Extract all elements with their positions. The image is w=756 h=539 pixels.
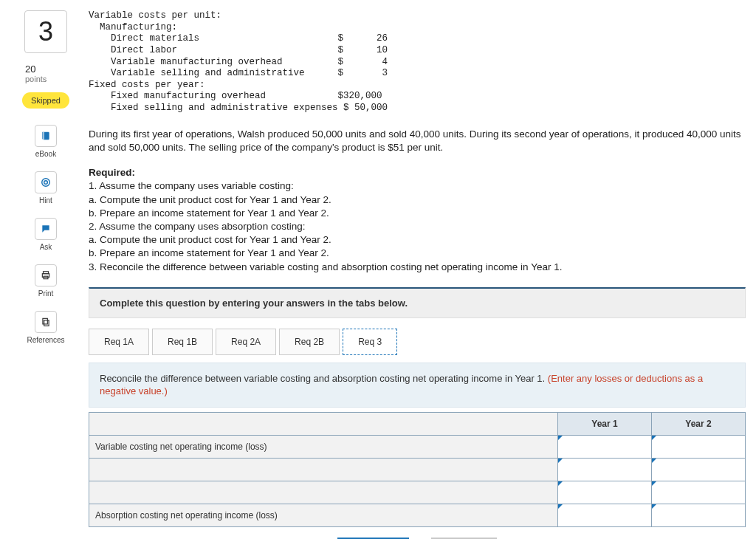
print-label: Print xyxy=(38,289,54,298)
speech-bubble-icon xyxy=(35,218,57,240)
points-block: 20 points xyxy=(25,63,66,83)
hint-label: Hint xyxy=(39,196,52,205)
tab-req-2a[interactable]: Req 2A xyxy=(216,329,276,355)
required-line: 2. Assume the company uses absorption co… xyxy=(89,220,746,233)
hint-button[interactable]: Hint xyxy=(35,171,57,205)
tab-req-3[interactable]: Req 3 xyxy=(343,329,397,355)
tab-req-1b[interactable]: Req 1B xyxy=(152,329,213,355)
ebook-button[interactable]: eBook xyxy=(35,125,57,158)
row-label: Variable costing net operating income (l… xyxy=(89,435,558,458)
printer-icon xyxy=(35,264,57,286)
input-cell[interactable] xyxy=(652,504,746,526)
table-row xyxy=(89,481,746,504)
header-year2: Year 2 xyxy=(652,412,746,435)
header-year1: Year 1 xyxy=(558,412,652,435)
tab-req-2b[interactable]: Req 2B xyxy=(279,329,340,355)
answer-table: Year 1 Year 2 Variable costing net opera… xyxy=(89,412,746,527)
input-cell[interactable] xyxy=(652,458,746,481)
input-cell[interactable] xyxy=(652,435,746,458)
input-cell[interactable] xyxy=(558,458,652,481)
instruction-bar: Complete this question by entering your … xyxy=(89,287,746,318)
table-row: Absorption costing net operating income … xyxy=(89,504,746,526)
ask-button[interactable]: Ask xyxy=(35,218,57,251)
lifebuoy-icon xyxy=(35,171,57,193)
required-section: Required: 1. Assume the company uses var… xyxy=(89,166,746,274)
print-button[interactable]: Print xyxy=(35,264,57,298)
table-row xyxy=(89,458,746,481)
book-icon xyxy=(35,125,57,147)
tab-req-1a[interactable]: Req 1A xyxy=(89,329,149,355)
copy-icon xyxy=(35,311,57,333)
svg-rect-0 xyxy=(44,132,44,140)
tabs-row: Req 1A Req 1B Req 2A Req 2B Req 3 xyxy=(89,329,746,355)
required-line: b. Prepare an income statement for Year … xyxy=(89,247,746,260)
required-line: 1. Assume the company uses variable cost… xyxy=(89,179,746,193)
required-title: Required: xyxy=(89,166,746,179)
required-line: a. Compute the unit product cost for Yea… xyxy=(89,233,746,247)
status-badge: Skipped xyxy=(22,92,69,109)
svg-rect-6 xyxy=(44,320,49,326)
input-cell[interactable] xyxy=(558,481,652,504)
row-label[interactable] xyxy=(89,458,558,481)
row-label: Absorption costing net operating income … xyxy=(89,504,558,526)
input-cell[interactable] xyxy=(558,504,652,526)
points-label: points xyxy=(25,75,66,83)
row-label[interactable] xyxy=(89,481,558,504)
required-line: b. Prepare an income statement for Year … xyxy=(89,207,746,220)
table-row: Variable costing net operating income (l… xyxy=(89,435,746,458)
ebook-label: eBook xyxy=(35,150,56,158)
input-cell[interactable] xyxy=(558,435,652,458)
context-paragraph: During its first year of operations, Wal… xyxy=(89,128,746,154)
svg-rect-7 xyxy=(43,318,47,324)
tab-prompt: Reconcile the difference between variabl… xyxy=(89,363,746,408)
required-line: 3. Reconcile the difference between vari… xyxy=(89,261,746,274)
input-cell[interactable] xyxy=(652,481,746,504)
references-label: References xyxy=(27,336,64,344)
cost-data-block: Variable costs per unit: Manufacturing: … xyxy=(89,10,746,114)
svg-point-2 xyxy=(44,181,48,185)
references-button[interactable]: References xyxy=(27,311,64,344)
svg-point-1 xyxy=(42,179,50,187)
prompt-main: Reconcile the difference between variabl… xyxy=(100,373,548,384)
required-line: a. Compute the unit product cost for Yea… xyxy=(89,193,746,207)
points-value: 20 xyxy=(25,63,66,75)
ask-label: Ask xyxy=(40,243,52,251)
question-number: 3 xyxy=(24,10,67,53)
header-blank xyxy=(89,412,558,435)
